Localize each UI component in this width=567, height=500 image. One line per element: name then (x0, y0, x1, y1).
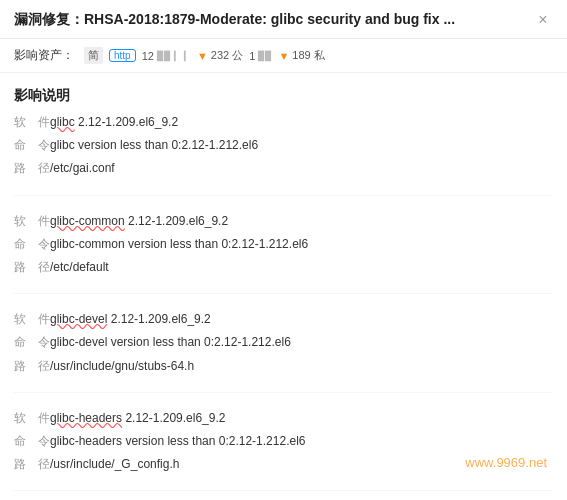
affected-assets-row: 影响资产： 简 http 12 ▉▉ ▎ ▎ ▼ 232 公 1 ▉▉ ▼ 18… (0, 39, 567, 73)
value-path: /usr/include/gnu/stubs-64.h (50, 357, 553, 376)
close-icon: × (538, 11, 547, 29)
item-block: 软件glibc 2.12-1.209.el6_9.2命令glibc versio… (14, 113, 553, 196)
value-software: glibc-devel 2.12-1.209.el6_9.2 (50, 310, 553, 329)
asset-tags: 简 http 12 ▉▉ ▎ ▎ ▼ 232 公 1 ▉▉ ▼ 189 私 (84, 47, 325, 64)
signal-icon3: ▎ (184, 51, 191, 61)
label-software: 软件 (14, 310, 50, 329)
label-command: 命令 (14, 432, 50, 451)
label-software: 软件 (14, 212, 50, 231)
value-path: /usr/include/_G_config.h (50, 455, 553, 474)
tag-count3: 1 ▉▉ (249, 50, 272, 62)
page-title: 漏洞修复：RHSA-2018:1879-Moderate: glibc secu… (14, 11, 533, 29)
label-path: 路径 (14, 258, 50, 277)
affected-assets-label: 影响资产： (14, 47, 74, 64)
tag-count4: ▼ 189 私 (278, 48, 324, 63)
command-row: 命令glibc-common version less than 0:2.12-… (14, 235, 553, 254)
label-command: 命令 (14, 136, 50, 155)
value-path: /etc/gai.conf (50, 159, 553, 178)
brief-icon: 简 (84, 47, 103, 64)
software-name: glibc (50, 115, 75, 129)
item-block: 软件glibc-devel 2.12-1.209.el6_9.2命令glibc-… (14, 310, 553, 393)
signal-icon4: ▉▉ (258, 51, 272, 61)
close-button[interactable]: × (533, 10, 553, 30)
command-row: 命令glibc-headers version less than 0:2.12… (14, 432, 553, 451)
label-command: 命令 (14, 333, 50, 352)
software-name: glibc-common (50, 214, 125, 228)
command-row: 命令glibc-devel version less than 0:2.12-1… (14, 333, 553, 352)
label-path: 路径 (14, 357, 50, 376)
path-row: 路径/etc/default (14, 258, 553, 277)
software-name: glibc-devel (50, 312, 107, 326)
item-block: 软件glibc-common 2.12-1.209.el6_9.2命令glibc… (14, 212, 553, 295)
tag-count2: ▼ 232 公 (197, 48, 243, 63)
tag-brief: 简 (84, 47, 103, 64)
value-software: glibc 2.12-1.209.el6_9.2 (50, 113, 553, 132)
software-name: glibc-headers (50, 411, 122, 425)
value-command: glibc-headers version less than 0:2.12-1… (50, 432, 553, 451)
value-command: glibc-common version less than 0:2.12-1.… (50, 235, 553, 254)
path-row: 路径/etc/gai.conf (14, 159, 553, 178)
signal-icon2: ▎ (174, 51, 181, 61)
software-row: 软件glibc-common 2.12-1.209.el6_9.2 (14, 212, 553, 231)
value-software: glibc-headers 2.12-1.209.el6_9.2 (50, 409, 553, 428)
title-bar: 漏洞修复：RHSA-2018:1879-Moderate: glibc secu… (0, 0, 567, 39)
value-path: /etc/default (50, 258, 553, 277)
item-block: 软件glibc-headers 2.12-1.209.el6_9.2命令glib… (14, 409, 553, 492)
tag-http: http (109, 49, 136, 62)
path-row: 路径/usr/include/gnu/stubs-64.h (14, 357, 553, 376)
software-row: 软件glibc-devel 2.12-1.209.el6_9.2 (14, 310, 553, 329)
label-path: 路径 (14, 455, 50, 474)
software-row: 软件glibc 2.12-1.209.el6_9.2 (14, 113, 553, 132)
label-software: 软件 (14, 113, 50, 132)
signal-icon1: ▉▉ (157, 51, 171, 61)
software-row: 软件glibc-headers 2.12-1.209.el6_9.2 (14, 409, 553, 428)
label-software: 软件 (14, 409, 50, 428)
value-software: glibc-common 2.12-1.209.el6_9.2 (50, 212, 553, 231)
command-row: 命令glibc version less than 0:2.12-1.212.e… (14, 136, 553, 155)
label-path: 路径 (14, 159, 50, 178)
value-command: glibc-devel version less than 0:2.12-1.2… (50, 333, 553, 352)
section-title: 影响说明 (0, 73, 567, 113)
tag-count1: 12 ▉▉ ▎ ▎ (142, 50, 191, 62)
value-command: glibc version less than 0:2.12-1.212.el6 (50, 136, 553, 155)
label-command: 命令 (14, 235, 50, 254)
content-area: 软件glibc 2.12-1.209.el6_9.2命令glibc versio… (0, 113, 567, 500)
path-row: 路径/usr/include/_G_config.h (14, 455, 553, 474)
